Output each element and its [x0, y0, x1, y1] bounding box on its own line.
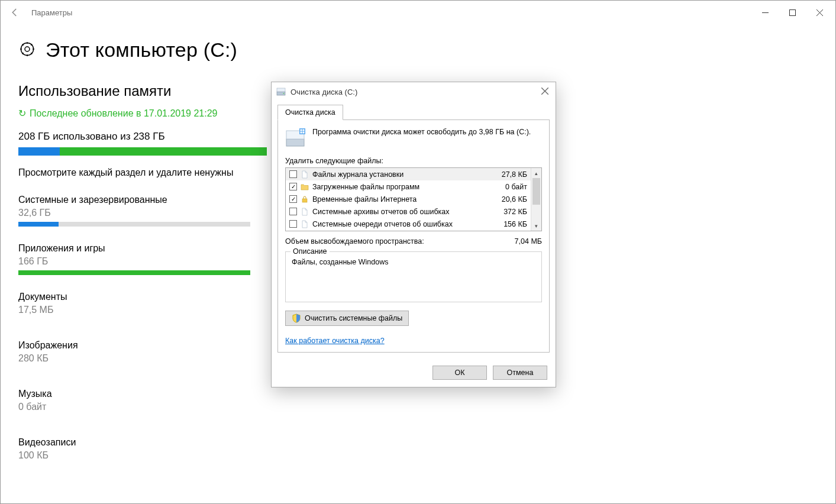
category-bar-fill [18, 270, 250, 275]
scroll-track[interactable] [531, 178, 541, 221]
category-bar [18, 222, 250, 227]
file-size: 27,8 КБ [502, 170, 527, 179]
file-size: 0 байт [505, 183, 527, 191]
file-name: Файлы журнала установки [312, 170, 495, 179]
maximize-button[interactable] [779, 1, 806, 24]
svg-rect-14 [301, 130, 302, 131]
file-name: Загруженные файлы программ [312, 183, 498, 191]
gear-icon [18, 40, 36, 60]
folder-icon [301, 183, 309, 191]
scroll-down-button[interactable]: ▾ [531, 221, 541, 231]
shield-icon [292, 314, 301, 323]
dialog-titlebar: Очистка диска (C:) [272, 82, 556, 101]
file-list-row[interactable]: Системные архивы отчетов об ошибках372 К… [286, 205, 531, 218]
refresh-icon: ↻ [18, 108, 26, 119]
disk-cleanup-icon [285, 127, 306, 148]
category-bar [18, 319, 250, 324]
cancel-button[interactable]: Отмена [493, 366, 547, 380]
checkbox[interactable] [289, 208, 297, 215]
svg-rect-15 [303, 130, 305, 131]
category-bar [18, 416, 250, 421]
tab-strip: Очистка диска [277, 105, 550, 120]
file-name: Временные файлы Интернета [312, 195, 495, 203]
file-icon [301, 208, 309, 216]
storage-category[interactable]: Видеозаписи100 КБ [18, 437, 818, 469]
file-icon [301, 220, 309, 228]
file-list-row[interactable]: Загруженные файлы программ0 байт [286, 180, 531, 193]
help-link[interactable]: Как работает очистка диска? [285, 337, 542, 345]
disk-cleanup-dialog: Очистка диска (C:) Очистка диска Програм… [271, 82, 556, 387]
lock-icon [301, 195, 309, 203]
file-size: 156 КБ [503, 220, 527, 228]
close-button[interactable] [806, 1, 833, 24]
svg-rect-11 [286, 139, 304, 146]
svg-rect-16 [301, 132, 302, 134]
usage-bar [18, 147, 267, 156]
category-bar [18, 464, 250, 469]
file-icon [301, 170, 309, 179]
drive-icon [276, 87, 286, 96]
file-list: Файлы журнала установки27,8 КБЗагруженны… [285, 167, 542, 231]
file-list-row[interactable]: Файлы журнала установки27,8 КБ [286, 168, 531, 180]
svg-point-5 [21, 43, 33, 55]
svg-rect-18 [302, 199, 307, 202]
window-title: Параметры [31, 8, 72, 17]
checkbox[interactable] [289, 183, 297, 190]
svg-rect-7 [277, 88, 285, 92]
page-header: Этот компьютер (C:) [18, 38, 818, 62]
storage-category[interactable]: Музыка0 байт [18, 389, 818, 421]
category-title: Музыка [18, 389, 818, 399]
svg-rect-1 [789, 9, 795, 15]
description-legend: Описание [290, 247, 330, 256]
page-title: Этот компьютер (C:) [46, 38, 237, 62]
scroll-thumb[interactable] [532, 178, 540, 205]
description-group: Описание Файлы, созданные Windows [285, 251, 542, 302]
dialog-title: Очистка диска (C:) [290, 88, 357, 96]
file-name: Системные архивы отчетов об ошибках [312, 208, 496, 216]
minimize-button[interactable] [751, 1, 779, 24]
description-text: Файлы, созданные Windows [292, 258, 535, 266]
delete-files-label: Удалить следующие файлы: [285, 157, 542, 165]
tab-cleanup[interactable]: Очистка диска [277, 105, 343, 120]
clean-system-files-label: Очистить системные файлы [305, 314, 402, 322]
file-list-row[interactable]: Системные очереди отчетов об ошибках156 … [286, 218, 531, 230]
free-space-label: Объем высвобождаемого пространства: [285, 237, 424, 245]
file-size: 20,6 КБ [502, 195, 527, 203]
scroll-up-button[interactable]: ▴ [531, 168, 541, 178]
svg-point-4 [25, 47, 30, 51]
file-name: Системные очереди отчетов об ошибках [312, 220, 496, 228]
file-list-row[interactable]: Временные файлы Интернета20,6 КБ [286, 193, 531, 205]
dialog-intro-text: Программа очистки диска может освободить… [312, 127, 531, 148]
file-size: 372 КБ [503, 208, 527, 216]
svg-point-8 [283, 93, 285, 94]
dialog-close-button[interactable] [539, 85, 551, 99]
back-button[interactable] [3, 1, 27, 24]
category-bar [18, 367, 250, 372]
ok-button[interactable]: ОК [432, 366, 487, 380]
scrollbar[interactable]: ▴ ▾ [531, 168, 541, 231]
checkbox[interactable] [289, 195, 297, 203]
category-title: Видеозаписи [18, 437, 818, 448]
usage-bar-system-segment [18, 147, 60, 156]
checkbox[interactable] [289, 220, 297, 228]
category-size: 100 КБ [18, 450, 818, 461]
category-bar [18, 270, 250, 275]
tab-content: Программа очистки диска может освободить… [277, 120, 550, 353]
category-bar-fill [18, 222, 59, 227]
category-size: 0 байт [18, 402, 818, 412]
clean-system-files-button[interactable]: Очистить системные файлы [285, 311, 409, 326]
checkbox[interactable] [289, 170, 297, 178]
svg-rect-17 [303, 132, 305, 134]
window-titlebar: Параметры [1, 1, 835, 24]
free-space-value: 7,04 МБ [515, 237, 542, 245]
refresh-text: Последнее обновление в 17.01.2019 21:29 [30, 108, 217, 119]
